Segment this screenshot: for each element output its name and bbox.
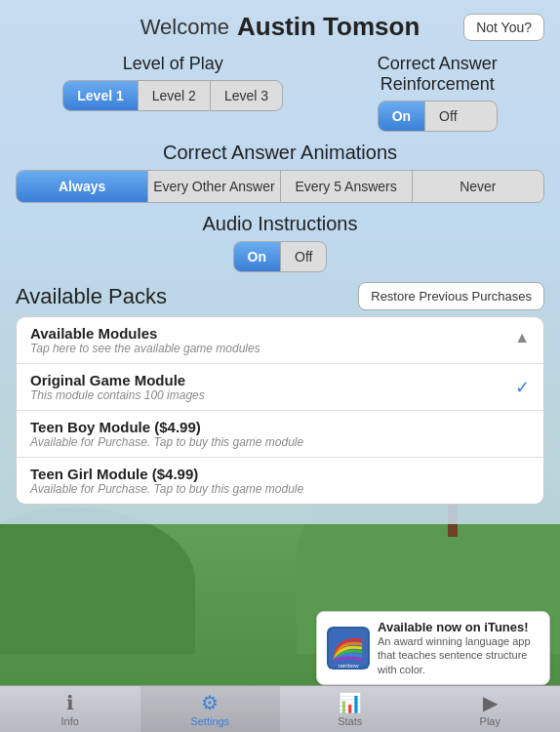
tab-info[interactable]: ℹ Info	[0, 686, 140, 732]
pack-subtitle: Tap here to see the available game modul…	[30, 342, 530, 355]
welcome-text: Welcome	[140, 15, 229, 40]
tab-settings[interactable]: ⚙ Settings	[140, 686, 281, 732]
level-reinforcement-row: Level of Play Level 1 Level 2 Level 3 Co…	[16, 54, 544, 132]
not-you-button[interactable]: Not You?	[463, 14, 544, 41]
settings-icon: ⚙	[201, 691, 219, 714]
animations-section: Correct Answer Animations Always Every O…	[16, 142, 544, 203]
animations-segmented-control: Always Every Other Answer Every 5 Answer…	[16, 170, 544, 203]
svg-text:rainbow: rainbow	[338, 663, 359, 669]
header: Welcome Austin Tomson Not You?	[16, 12, 544, 42]
itunes-logo: rainbow	[327, 627, 370, 670]
itunes-banner[interactable]: rainbow Available now on iTunes! An awar…	[316, 611, 550, 685]
tab-stats-label: Stats	[338, 715, 362, 727]
list-item[interactable]: Original Game Module This module contain…	[17, 364, 543, 411]
tab-bar: ℹ Info ⚙ Settings 📊 Stats ▶ Play	[0, 685, 560, 732]
checkmark-icon: ✓	[515, 377, 530, 398]
pack-title: Teen Girl Module ($4.99)	[30, 466, 530, 482]
pack-title: Teen Boy Module ($4.99)	[30, 419, 530, 435]
pack-subtitle: Available for Purchase. Tap to buy this …	[30, 482, 530, 496]
level-of-play-block: Level of Play Level 1 Level 2 Level 3	[62, 54, 283, 111]
restore-purchases-button[interactable]: Restore Previous Purchases	[358, 282, 544, 310]
reinforcement-off-button[interactable]: Off	[425, 102, 470, 131]
reinforcement-on-button[interactable]: On	[379, 102, 425, 131]
tab-info-label: Info	[61, 715, 79, 727]
tab-stats[interactable]: 📊 Stats	[280, 686, 420, 732]
level-2-button[interactable]: Level 2	[139, 81, 211, 110]
level-3-button[interactable]: Level 3	[211, 81, 282, 110]
reinforcement-label: Correct Answer Reinforcement	[378, 54, 498, 95]
stats-icon: 📊	[338, 691, 362, 714]
level-1-button[interactable]: Level 1	[63, 81, 138, 110]
anim-never-button[interactable]: Never	[413, 171, 543, 202]
itunes-text: Available now on iTunes! An award winnin…	[378, 620, 540, 676]
list-item[interactable]: Teen Boy Module ($4.99) Available for Pu…	[17, 411, 543, 458]
anim-always-button[interactable]: Always	[17, 171, 148, 202]
list-item[interactable]: Teen Girl Module ($4.99) Available for P…	[17, 458, 543, 504]
audio-on-button[interactable]: On	[234, 242, 281, 271]
list-item[interactable]: Available Modules Tap here to see the av…	[17, 317, 543, 364]
packs-header: Available Packs Restore Previous Purchas…	[16, 282, 544, 310]
packs-list: Available Modules Tap here to see the av…	[16, 316, 544, 505]
anim-every-5-button[interactable]: Every 5 Answers	[281, 171, 413, 202]
animations-label: Correct Answer Animations	[16, 142, 544, 164]
tab-play[interactable]: ▶ Play	[420, 686, 561, 732]
tab-play-label: Play	[480, 715, 500, 727]
pack-title: Available Modules	[30, 325, 530, 342]
play-icon: ▶	[483, 691, 498, 714]
itunes-title: Available now on iTunes!	[378, 620, 540, 634]
info-icon: ℹ	[66, 691, 74, 714]
itunes-subtitle: An award winning language app that teach…	[378, 634, 540, 676]
pack-title: Original Game Module	[30, 372, 530, 388]
settings-panel: Welcome Austin Tomson Not You? Level of …	[0, 0, 560, 524]
audio-section: Audio Instructions On Off	[16, 213, 544, 272]
audio-off-button[interactable]: Off	[281, 242, 326, 271]
correct-answer-reinforcement-block: Correct Answer Reinforcement On Off	[378, 54, 498, 132]
level-of-play-label: Level of Play	[62, 54, 283, 74]
audio-label: Audio Instructions	[16, 213, 544, 235]
username: Austin Tomson	[237, 12, 420, 42]
pack-subtitle: Available for Purchase. Tap to buy this …	[30, 435, 530, 449]
packs-title: Available Packs	[16, 284, 167, 309]
chevron-up-icon: ▲	[514, 329, 530, 346]
pack-subtitle: This module contains 100 images	[30, 388, 530, 402]
audio-segmented-control: On Off	[233, 241, 328, 272]
level-segmented-control: Level 1 Level 2 Level 3	[62, 80, 283, 111]
anim-every-other-button[interactable]: Every Other Answer	[148, 171, 280, 202]
tab-settings-label: Settings	[190, 715, 229, 727]
reinforcement-segmented-control: On Off	[378, 101, 498, 132]
